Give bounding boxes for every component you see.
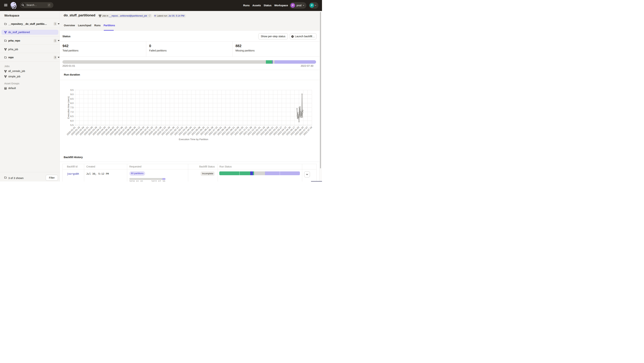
- svg-text:Execution time (secs): Execution time (secs): [67, 96, 70, 118]
- svg-text:7.0: 7.0: [70, 110, 74, 113]
- svg-text:7.5: 7.5: [70, 106, 74, 109]
- svg-text:9.5: 9.5: [70, 88, 74, 91]
- svg-text:6.5: 6.5: [70, 115, 74, 118]
- svg-text:5.5: 5.5: [70, 124, 74, 126]
- svg-text:8.0: 8.0: [70, 102, 74, 104]
- svg-text:6.0: 6.0: [70, 119, 74, 122]
- svg-text:9.0: 9.0: [70, 93, 74, 96]
- svg-text:Execution Time by Partition: Execution Time by Partition: [179, 138, 208, 141]
- svg-text:8.5: 8.5: [70, 97, 74, 100]
